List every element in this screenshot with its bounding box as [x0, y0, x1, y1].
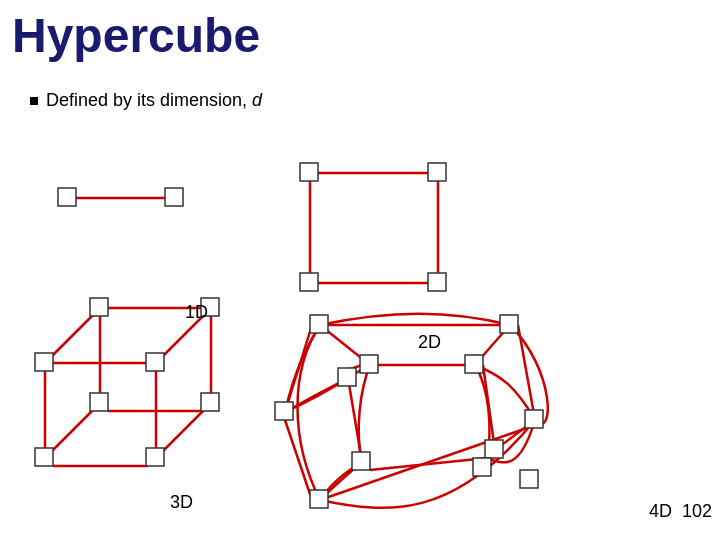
svg-rect-1	[58, 188, 76, 206]
svg-rect-45	[310, 490, 328, 508]
page-number: 102	[682, 501, 712, 522]
page-title: Hypercube	[12, 8, 260, 63]
svg-rect-47	[360, 355, 378, 373]
svg-rect-10	[300, 273, 318, 291]
svg-rect-43	[275, 402, 293, 420]
svg-rect-26	[35, 448, 53, 466]
label-1d: 1D	[185, 302, 208, 323]
bullet-icon	[30, 97, 38, 105]
label-2d: 2D	[418, 332, 441, 353]
svg-rect-41	[310, 315, 328, 333]
svg-rect-42	[500, 315, 518, 333]
svg-rect-2	[165, 188, 183, 206]
svg-rect-29	[201, 393, 219, 411]
svg-rect-30	[90, 393, 108, 411]
svg-rect-27	[90, 298, 108, 316]
bullet-text: Defined by its dimension, d	[46, 90, 262, 111]
svg-rect-48	[465, 355, 483, 373]
svg-rect-44	[525, 410, 543, 428]
diagram-area: 1D 2D 3D 4D 102	[0, 110, 720, 530]
svg-rect-24	[146, 353, 164, 371]
svg-rect-49	[338, 368, 356, 386]
svg-rect-51	[352, 452, 370, 470]
svg-rect-52	[473, 458, 491, 476]
svg-line-38	[370, 458, 487, 470]
italic-d: d	[252, 90, 262, 110]
svg-rect-25	[146, 448, 164, 466]
label-3d: 3D	[170, 492, 193, 513]
hypercube-diagram	[0, 110, 720, 530]
label-4d: 4D	[649, 501, 672, 522]
svg-rect-46	[520, 470, 538, 488]
svg-rect-50	[485, 440, 503, 458]
bullet-line: Defined by its dimension, d	[30, 90, 262, 111]
svg-rect-23	[35, 353, 53, 371]
svg-rect-7	[300, 163, 318, 181]
svg-rect-9	[428, 273, 446, 291]
svg-rect-8	[428, 163, 446, 181]
